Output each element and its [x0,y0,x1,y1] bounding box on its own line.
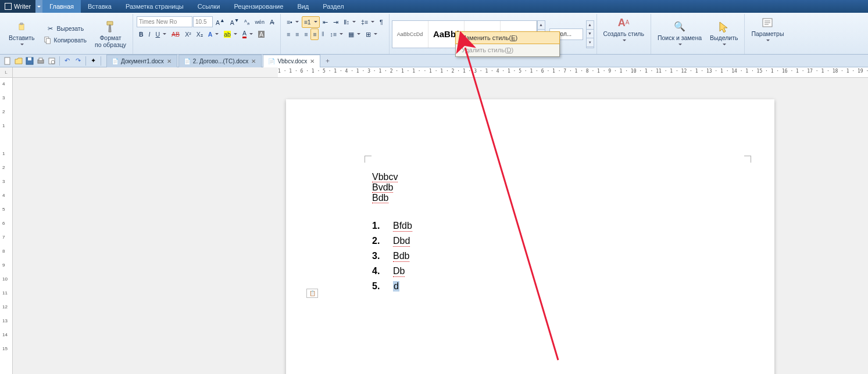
numbered-list[interactable]: 1.Bfdb 2.Dbd 3.Bdb 4.Db 5.d [372,221,412,296]
vertical-ruler[interactable]: 4 3 2 1 1 2 3 4 5 6 7 8 9 10 11 12 13 14… [0,78,13,374]
align-left-icon: ≡ [287,31,290,38]
menu-edit-style[interactable]: Изменить стиль(E) [455,31,560,44]
tab-doc2[interactable]: 📄 2. Догово...(ТС).docx ✕ [178,55,262,67]
document-canvas[interactable]: Vbbcv Bvdb Bdb 1.Bfdb 2.Dbd 3.Bdb 4.Db 5… [13,78,868,374]
qa-save-button[interactable] [24,56,35,66]
document-content[interactable]: Vbbcv Bvdb Bdb 1.Bfdb 2.Dbd 3.Bdb 4.Db 5… [372,172,412,296]
bold-icon: B [139,31,144,38]
text-line[interactable]: Bdb [372,193,388,203]
horizontal-ruler[interactable]: 1 · 1 · 6 · 1 · 5 · 1 · 4 · 1 · 3 · 1 · … [278,67,868,77]
tab-doc1[interactable]: 📄 Документ1.docx ✕ [106,55,177,67]
bold-button[interactable]: B [137,28,146,40]
dec-indent-button[interactable]: ⇤ [320,16,330,28]
numbering-button[interactable]: ≡1 [302,16,320,28]
line-spacing-top-button[interactable]: ‡≡ [359,16,377,28]
borders-button[interactable]: ⊞ [363,28,380,40]
copy-button[interactable]: Копировать [41,34,90,46]
style-up-icon[interactable]: ▲ [538,21,545,30]
sel-down-icon[interactable]: ▼ [587,30,594,38]
qa-open-button[interactable] [13,56,24,66]
font-name-input[interactable]: Times New Ro [137,16,192,27]
menu-page-layout[interactable]: Разметка страницы [119,0,191,13]
shading-button[interactable]: ▦ [346,28,363,40]
italic-button[interactable]: I [147,28,153,40]
document-tabs: 📄 Документ1.docx ✕ 📄 2. Догово...(ТС).do… [106,55,333,67]
font-color-button[interactable]: A [240,28,255,40]
char-shading-button[interactable]: A [256,28,267,40]
close-icon[interactable]: ✕ [166,58,172,64]
paste-options-chip[interactable]: 📋 [306,289,318,298]
find-label: Поиск и замена [658,34,702,41]
paste-button[interactable]: Вставить [5,14,39,54]
margin-marker-tr [744,156,751,163]
qa-undo-button[interactable]: ↶ [62,56,72,66]
close-icon[interactable]: ✕ [309,58,315,64]
page[interactable]: Vbbcv Bvdb Bdb 1.Bfdb 2.Dbd 3.Bdb 4.Db 5… [286,99,774,374]
find-replace-button[interactable]: 🔍 Поиск и замена [653,14,706,54]
phonetic-guide-button[interactable]: wén [252,16,267,28]
qa-print-button[interactable] [35,56,46,66]
distribute-icon: ⫴ [322,30,324,38]
superscript-button[interactable]: X² [183,28,194,40]
highlight-button[interactable]: ab [222,28,240,40]
tab-add-button[interactable]: ＋ [322,55,333,67]
menu-section[interactable]: Раздел [316,0,351,13]
sel-more-icon[interactable]: ▾ [587,38,594,47]
clear-format-button[interactable]: A̶ [267,16,277,28]
align-left-button[interactable]: ≡ [284,28,292,40]
options-button[interactable]: Параметры [747,14,788,46]
sel-up-icon[interactable]: ▲ [587,21,594,30]
grow-font-button[interactable]: A▲ [213,16,227,28]
tab-doc3[interactable]: 📄 Vbbcv.docx ✕ [263,55,320,67]
superscript-icon: X² [185,31,191,38]
font-size-input[interactable]: 10.5 [193,16,213,27]
numbering-icon: ≡1 [304,19,311,26]
create-style-button[interactable]: AA Создать стиль [599,14,648,46]
align-right-button[interactable]: ≡ [302,28,310,40]
find-icon: 🔍 [671,20,688,34]
group-font: Times New Ro 10.5 A▲ A▼ ᴬₐ wén A̶ B I U … [133,14,281,54]
shrink-font-button[interactable]: A▼ [228,16,242,28]
qa-preview-button[interactable] [47,56,57,66]
select-button[interactable]: Выделить [706,14,742,54]
char-shading-icon: A [258,31,265,38]
text-direction-icon: Ⅱ↕ [344,19,349,26]
bullets-button[interactable]: ≡• [284,16,301,28]
menu-references[interactable]: Ссылки [191,0,227,13]
app-menu-dropdown[interactable] [35,0,42,13]
text-line[interactable]: Vbbcv [372,172,398,182]
inc-indent-button[interactable]: ⇥ [331,16,341,28]
close-icon[interactable]: ✕ [251,58,256,64]
ruler-corner[interactable]: L [0,67,13,77]
app-logo[interactable]: Writer [0,0,35,13]
justify-button[interactable]: ≡ [310,28,319,40]
format-painter-button[interactable]: Формат по образцу [91,14,130,54]
strike-button[interactable]: AB [169,28,182,40]
svg-rect-1 [20,23,23,25]
menu-review[interactable]: Рецензирование [227,0,290,13]
ruler-row: L 1 · 1 · 6 · 1 · 5 · 1 · 4 · 1 · 3 · 1 … [0,67,868,78]
distribute-button[interactable]: ⫴ [319,28,327,40]
qa-new-button[interactable] [2,56,13,66]
line-spacing-button[interactable]: ↕≡ [327,28,345,40]
change-case-button[interactable]: ᴬₐ [242,16,252,28]
qa-format-painter-button[interactable]: ✦ [88,56,98,66]
menu-home[interactable]: Главная [42,0,81,13]
cut-button[interactable]: ✂ Вырезать [43,23,86,34]
subscript-button[interactable]: X₂ [194,28,205,40]
menu-insert[interactable]: Вставка [81,0,119,13]
para-marks-button[interactable]: ¶ [377,16,385,28]
workspace: 4 3 2 1 1 2 3 4 5 6 7 8 9 10 11 12 13 14… [0,78,868,374]
text-effect-button[interactable]: A [206,28,222,40]
list-item: 1.Bfdb [372,221,412,236]
text-line[interactable]: Bvdb [372,182,393,193]
menu-view[interactable]: Вид [290,0,316,13]
style-normal[interactable]: AaBbCcDd [392,21,428,48]
list-item: 5.d [372,281,412,296]
text-direction-button[interactable]: Ⅱ↕ [341,16,358,28]
underline-button[interactable]: U [153,28,169,40]
doc-icon: 📄 [268,58,275,64]
qa-redo-button[interactable]: ↷ [73,56,83,66]
align-center-button[interactable]: ≡ [293,28,301,40]
style-selector-scroll[interactable]: ▲ ▼ ▾ [586,20,594,48]
